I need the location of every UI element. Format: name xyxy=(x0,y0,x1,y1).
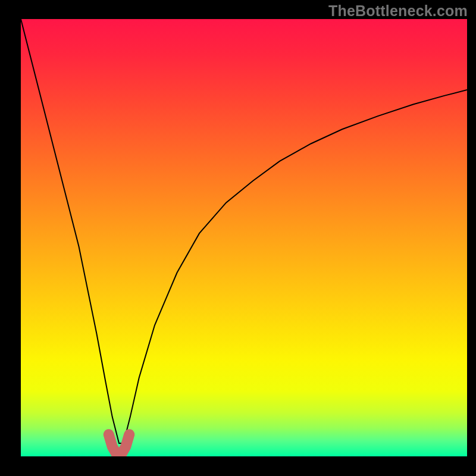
chart-canvas xyxy=(21,19,467,456)
gradient-background xyxy=(21,19,467,456)
watermark-text: TheBottleneck.com xyxy=(328,2,468,20)
chart-frame: TheBottleneck.com xyxy=(0,0,476,476)
plot-area xyxy=(21,19,467,456)
